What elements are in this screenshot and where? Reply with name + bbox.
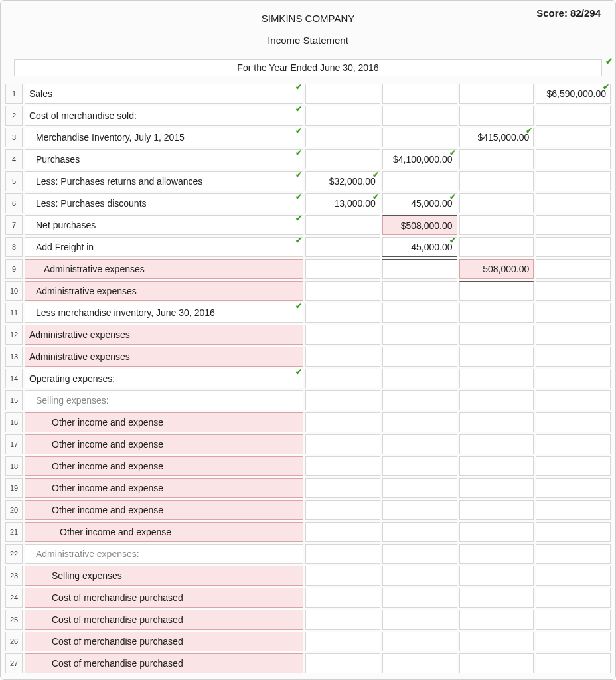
amount-col-2[interactable] — [382, 412, 457, 432]
amount-col-4[interactable] — [536, 149, 611, 169]
amount-col-1[interactable] — [305, 456, 380, 476]
amount-col-1[interactable] — [305, 325, 380, 345]
amount-col-1[interactable] — [305, 500, 380, 520]
amount-col-4[interactable] — [536, 390, 611, 410]
amount-col-4[interactable] — [536, 500, 611, 520]
line-item-label[interactable]: Cost of merchandise purchased — [25, 588, 303, 608]
period-field[interactable]: For the Year Ended June 30, 2016 — [14, 59, 602, 76]
amount-col-2[interactable] — [382, 588, 457, 608]
line-item-label[interactable]: Net purchases✔ — [25, 215, 303, 235]
line-item-label[interactable]: Administrative expenses — [25, 281, 303, 301]
amount-col-3[interactable]: $415,000.00✔ — [459, 128, 534, 147]
amount-col-3[interactable] — [459, 500, 534, 520]
amount-col-4[interactable] — [536, 347, 611, 367]
amount-col-2[interactable] — [382, 610, 457, 630]
amount-col-4[interactable] — [536, 610, 611, 630]
amount-col-4[interactable] — [536, 281, 611, 301]
amount-col-2[interactable] — [382, 325, 457, 345]
amount-col-2[interactable] — [382, 478, 457, 498]
amount-col-1[interactable]: $32,000.00✔ — [305, 171, 380, 191]
amount-col-1[interactable] — [305, 544, 380, 564]
line-item-label[interactable]: Selling expenses — [25, 566, 303, 586]
amount-col-4[interactable] — [536, 412, 611, 432]
line-item-label[interactable]: Add Freight in✔ — [25, 237, 303, 257]
amount-col-1[interactable] — [305, 653, 380, 673]
line-item-label[interactable]: Operating expenses:✔ — [25, 369, 303, 388]
line-item-label[interactable]: Other income and expense — [25, 522, 303, 542]
amount-col-3[interactable] — [459, 390, 534, 410]
amount-col-3[interactable] — [459, 106, 534, 126]
amount-col-3[interactable] — [459, 237, 534, 257]
amount-col-1[interactable] — [305, 369, 380, 388]
amount-col-3[interactable] — [459, 369, 534, 388]
amount-col-4[interactable] — [536, 325, 611, 345]
line-item-label[interactable]: Other income and expense — [25, 412, 303, 432]
amount-col-4[interactable] — [536, 632, 611, 651]
amount-col-4[interactable] — [536, 193, 611, 213]
amount-col-3[interactable] — [459, 653, 534, 673]
line-item-label[interactable]: Administrative expenses — [25, 259, 303, 279]
amount-col-2[interactable] — [382, 653, 457, 673]
amount-col-3[interactable] — [459, 281, 534, 301]
amount-col-2[interactable] — [382, 128, 457, 147]
amount-col-4[interactable] — [536, 303, 611, 323]
amount-col-3[interactable] — [459, 171, 534, 191]
amount-col-2[interactable] — [382, 347, 457, 367]
amount-col-1[interactable]: 13,000.00✔ — [305, 193, 380, 213]
amount-col-3[interactable] — [459, 544, 534, 564]
line-item-label[interactable]: Other income and expense — [25, 500, 303, 520]
line-item-label[interactable]: Cost of merchandise sold:✔ — [25, 106, 303, 126]
amount-col-2[interactable] — [382, 632, 457, 651]
line-item-label[interactable]: Administrative expenses — [25, 325, 303, 345]
amount-col-4[interactable] — [536, 106, 611, 126]
amount-col-2[interactable] — [382, 566, 457, 586]
amount-col-1[interactable] — [305, 347, 380, 367]
amount-col-2[interactable] — [382, 544, 457, 564]
amount-col-4[interactable] — [536, 456, 611, 476]
line-item-label[interactable]: Less: Purchases discounts✔ — [25, 193, 303, 213]
line-item-label[interactable]: Administrative expenses: — [25, 544, 303, 564]
amount-col-2[interactable] — [382, 500, 457, 520]
amount-col-4[interactable] — [536, 171, 611, 191]
amount-col-4[interactable]: $6,590,000.00✔ — [536, 84, 611, 104]
amount-col-4[interactable] — [536, 588, 611, 608]
amount-col-1[interactable] — [305, 237, 380, 257]
amount-col-3[interactable] — [459, 522, 534, 542]
amount-col-3[interactable] — [459, 566, 534, 586]
amount-col-3[interactable]: 508,000.00 — [459, 259, 534, 279]
amount-col-1[interactable] — [305, 259, 380, 279]
line-item-label[interactable]: Cost of merchandise purchased — [25, 632, 303, 651]
amount-col-4[interactable] — [536, 566, 611, 586]
amount-col-4[interactable] — [536, 215, 611, 235]
amount-col-1[interactable] — [305, 215, 380, 235]
amount-col-4[interactable] — [536, 478, 611, 498]
line-item-label[interactable]: Less merchandise inventory, June 30, 201… — [25, 303, 303, 323]
amount-col-1[interactable] — [305, 84, 380, 104]
amount-col-1[interactable] — [305, 128, 380, 147]
amount-col-4[interactable] — [536, 653, 611, 673]
line-item-label[interactable]: Cost of merchandise purchased — [25, 610, 303, 630]
amount-col-1[interactable] — [305, 281, 380, 301]
line-item-label[interactable]: Cost of merchandise purchased — [25, 653, 303, 673]
amount-col-3[interactable] — [459, 412, 534, 432]
amount-col-2[interactable] — [382, 84, 457, 104]
line-item-label[interactable]: Purchases✔ — [25, 149, 303, 169]
amount-col-2[interactable] — [382, 390, 457, 410]
line-item-label[interactable]: Merchandise Inventory, July 1, 2015✔ — [25, 128, 303, 147]
amount-col-3[interactable] — [459, 434, 534, 454]
amount-col-4[interactable] — [536, 259, 611, 279]
amount-col-1[interactable] — [305, 434, 380, 454]
amount-col-4[interactable] — [536, 544, 611, 564]
line-item-label[interactable]: Less: Purchases returns and allowances✔ — [25, 171, 303, 191]
amount-col-4[interactable] — [536, 522, 611, 542]
amount-col-2[interactable]: $508,000.00 — [382, 215, 457, 235]
amount-col-4[interactable] — [536, 434, 611, 454]
amount-col-1[interactable] — [305, 149, 380, 169]
amount-col-3[interactable] — [459, 215, 534, 235]
amount-col-3[interactable] — [459, 610, 534, 630]
amount-col-1[interactable] — [305, 303, 380, 323]
amount-col-3[interactable] — [459, 193, 534, 213]
amount-col-2[interactable] — [382, 303, 457, 323]
amount-col-2[interactable] — [382, 369, 457, 388]
amount-col-1[interactable] — [305, 390, 380, 410]
